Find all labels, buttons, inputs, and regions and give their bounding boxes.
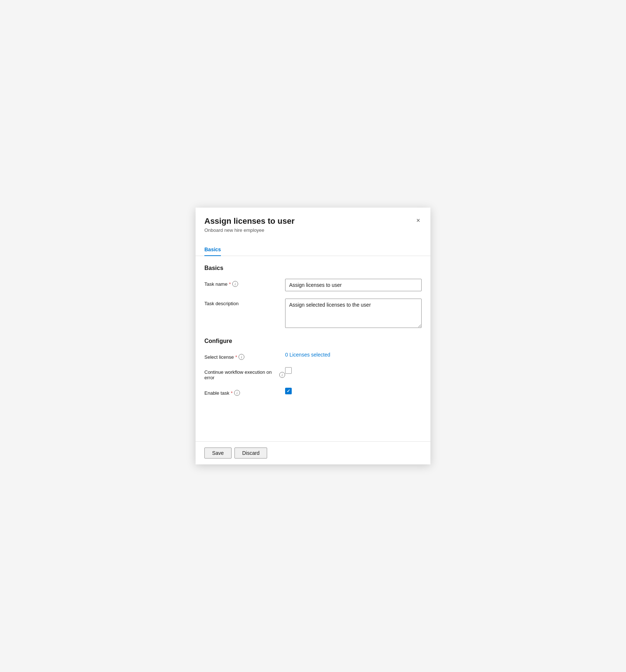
configure-section-title: Configure [204,338,422,344]
task-name-label: Task name * i [204,279,285,287]
task-name-control [285,279,422,291]
enable-task-required: * [231,390,233,396]
basics-section: Basics Task name * i Task description A [204,265,422,329]
tabs-bar: Basics [196,237,430,256]
select-license-button[interactable]: 0 Licenses selected [285,352,330,358]
assign-licenses-dialog: Assign licenses to user Onboard new hire… [196,208,430,464]
task-description-row: Task description Assign selected license… [204,299,422,329]
enable-task-control [285,388,422,394]
task-name-required: * [229,281,231,287]
continue-on-error-label: Continue workflow execution on error i [204,367,285,380]
task-name-input[interactable] [285,279,422,291]
task-description-control: Assign selected licenses to the user [285,299,422,329]
save-button[interactable]: Save [204,448,232,459]
select-license-info-icon[interactable]: i [239,354,244,360]
task-name-info-icon[interactable]: i [232,281,238,287]
dialog-title-group: Assign licenses to user Onboard new hire… [204,216,295,233]
enable-task-checkbox[interactable] [285,388,292,394]
enable-task-row: Enable task * i [204,388,422,396]
select-license-required: * [235,354,237,360]
task-description-input[interactable]: Assign selected licenses to the user [285,299,422,328]
continue-on-error-row: Continue workflow execution on error i [204,367,422,380]
enable-task-info-icon[interactable]: i [234,390,240,396]
dialog-body: Basics Task name * i Task description A [196,256,430,441]
select-license-row: Select license * i 0 Licenses selected [204,352,422,360]
configure-section: Configure Select license * i 0 Licenses … [204,338,422,396]
task-description-label: Task description [204,299,285,306]
close-button[interactable]: × [415,216,422,225]
select-license-control: 0 Licenses selected [285,352,422,358]
dialog-title: Assign licenses to user [204,216,295,226]
select-license-label: Select license * i [204,352,285,360]
dialog-header: Assign licenses to user Onboard new hire… [196,208,430,233]
basics-section-title: Basics [204,265,422,271]
task-name-row: Task name * i [204,279,422,291]
continue-on-error-control [285,367,422,374]
continue-on-error-checkbox[interactable] [285,367,292,374]
tab-basics[interactable]: Basics [204,244,221,256]
enable-task-label: Enable task * i [204,388,285,396]
discard-button[interactable]: Discard [234,448,267,459]
continue-on-error-info-icon[interactable]: i [279,372,285,378]
dialog-footer: Save Discard [196,441,430,464]
dialog-subtitle: Onboard new hire employee [204,227,295,233]
